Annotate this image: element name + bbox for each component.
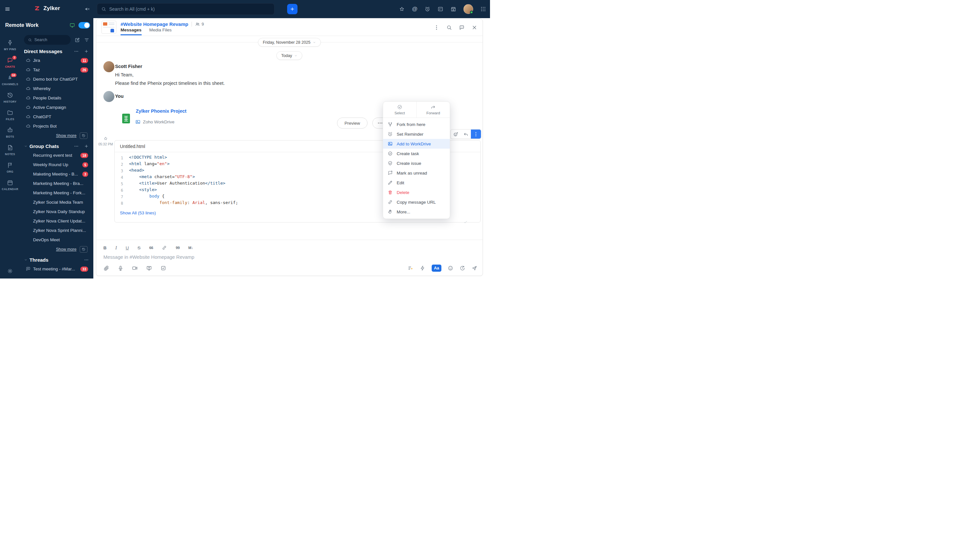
commands-icon[interactable] [420, 265, 426, 271]
channel-thumbnail[interactable] [101, 21, 116, 34]
show-more[interactable]: Show more [21, 244, 90, 253]
group-chats-item[interactable]: Marketing Meeting - Bra... [21, 179, 90, 188]
section-add-icon[interactable] [84, 49, 89, 54]
create-task-icon[interactable] [160, 265, 166, 271]
video-message-icon[interactable] [132, 265, 138, 271]
message-input[interactable] [103, 254, 475, 260]
tab-messages[interactable]: Messages [121, 28, 142, 35]
rail-item-calendar[interactable]: CALENDAR [0, 176, 20, 194]
section-more-icon[interactable] [84, 257, 89, 262]
direct-messages-item[interactable]: Taz26 [21, 65, 90, 75]
channel-title[interactable]: #Website Homepage Revamp [121, 21, 188, 27]
chat-more-icon[interactable] [434, 24, 439, 31]
group-chats-item[interactable]: Zylker Nova Client Updat... [21, 216, 90, 226]
direct-messages-item[interactable]: Active Campaign [21, 103, 90, 112]
group-chats-item[interactable]: Zylker Nova Daily Standup [21, 207, 90, 216]
close-icon[interactable] [472, 24, 477, 31]
menu-item-copy-message-url[interactable]: Copy message URL [383, 197, 450, 207]
menu-item-create-issue[interactable]: Create issue [383, 158, 450, 168]
schedule-send-icon[interactable] [459, 265, 466, 271]
underline-button[interactable]: U [126, 246, 129, 250]
context-select-button[interactable]: Select [383, 102, 417, 117]
attachment-title-link[interactable]: Zylker Phoenix Project [136, 109, 186, 114]
rail-item-bots[interactable]: BOTS [0, 124, 20, 141]
mute-speaker-icon[interactable] [84, 6, 90, 12]
strikethrough-button[interactable]: S [138, 246, 140, 250]
menu-item-edit[interactable]: Edit [383, 178, 450, 187]
quick-create-button[interactable] [287, 4, 297, 14]
group-chats-item[interactable]: Marketing Meeting - Fork... [21, 188, 90, 197]
apps-grid-icon[interactable] [480, 6, 486, 12]
section-more-icon[interactable] [74, 144, 79, 149]
bold-button[interactable]: B [103, 246, 107, 250]
avatar[interactable] [103, 61, 114, 72]
sidebar-search-input[interactable] [34, 37, 57, 42]
rail-item-my-pins[interactable]: MY PINS [0, 36, 20, 54]
direct-messages-item[interactable]: Demo bot for ChatGPT [21, 75, 90, 84]
voice-message-icon[interactable] [118, 265, 124, 271]
attach-file-icon[interactable] [103, 265, 109, 271]
group-chats-item[interactable]: Weekly Round Up5 [21, 160, 90, 169]
chat-search-icon[interactable] [446, 24, 452, 31]
rail-item-history[interactable]: HISTORY [0, 89, 20, 106]
group-chats-item[interactable]: Recurring event test18 [21, 151, 90, 160]
message-options-icon[interactable] [471, 130, 481, 138]
quote-open-button[interactable]: 66 [149, 246, 153, 250]
spreadsheet-file-icon[interactable] [121, 113, 131, 124]
sender-name[interactable]: You [115, 94, 124, 99]
user-avatar[interactable] [464, 4, 473, 14]
reminders-icon[interactable] [425, 6, 430, 12]
menu-item-mark-as-unread[interactable]: Mark as unread [383, 168, 450, 178]
insert-link-icon[interactable] [162, 245, 167, 250]
history-icon[interactable] [80, 132, 88, 139]
group-chats-item[interactable]: Zylker Social Media Team [21, 197, 90, 207]
italic-button[interactable]: I [115, 245, 117, 251]
add-reaction-icon[interactable] [451, 130, 461, 138]
emoji-icon[interactable] [448, 265, 453, 271]
history-icon[interactable] [80, 246, 88, 252]
global-search-input[interactable] [109, 7, 270, 11]
sidebar-search[interactable] [24, 35, 71, 45]
quote-close-button[interactable]: 99 [176, 246, 180, 250]
today-pill[interactable]: Today [276, 51, 302, 60]
markdown-button[interactable]: M↓ [188, 246, 193, 250]
star-message-icon[interactable] [103, 136, 108, 141]
hamburger-menu-icon[interactable] [5, 6, 10, 12]
threads-item[interactable]: Test meeting - #Mar...33 [21, 264, 90, 274]
favorites-icon[interactable] [399, 6, 405, 12]
filter-icon[interactable] [84, 37, 90, 43]
mentions-icon[interactable]: @ [412, 6, 417, 12]
menu-item-delete[interactable]: Delete [383, 187, 450, 197]
group-chats-item[interactable]: DevOps Meet [21, 235, 90, 244]
section-add-icon[interactable] [84, 144, 89, 149]
preview-button[interactable]: Preview [337, 117, 368, 129]
text-format-toggle[interactable]: Aa [432, 265, 441, 272]
send-icon[interactable] [472, 265, 477, 271]
menu-item-add-to-workdrive[interactable]: Add to WorkDrive [383, 139, 450, 149]
settings-gear-icon[interactable] [7, 268, 13, 274]
marketplace-icon[interactable] [451, 6, 456, 12]
direct-messages-item[interactable]: People Details [21, 93, 90, 103]
menu-item-set-reminder[interactable]: Set Reminder [383, 129, 450, 139]
date-divider-pill[interactable]: Friday, November 28 2025 [258, 38, 321, 47]
rail-item-channels[interactable]: #CHANNELS10 [0, 71, 20, 89]
member-count[interactable]: 9 [195, 22, 204, 26]
screen-share-icon[interactable] [146, 265, 152, 271]
menu-item-fork-from-here[interactable]: Fork from here [383, 119, 450, 129]
rail-item-files[interactable]: FILES [0, 106, 20, 124]
global-search[interactable] [97, 3, 274, 15]
board-icon[interactable] [438, 6, 443, 12]
menu-item-create-task[interactable]: Create task [383, 149, 450, 158]
show-more[interactable]: Show more [21, 131, 90, 140]
rail-item-notes[interactable]: NOTES [0, 141, 20, 159]
direct-messages-item[interactable]: Whereby [21, 84, 90, 93]
tab-media-files[interactable]: Media Files [149, 28, 172, 35]
section-more-icon[interactable] [74, 49, 79, 54]
menu-item-more[interactable]: More... [383, 207, 450, 217]
new-chat-icon[interactable] [75, 37, 80, 43]
rail-item-org[interactable]: ORG [0, 159, 20, 176]
chat-comment-icon[interactable] [459, 24, 465, 31]
context-forward-button[interactable]: Forward [417, 102, 450, 117]
smart-compose-icon[interactable] [408, 265, 413, 271]
direct-messages-item[interactable]: Projects Bot [21, 121, 90, 131]
